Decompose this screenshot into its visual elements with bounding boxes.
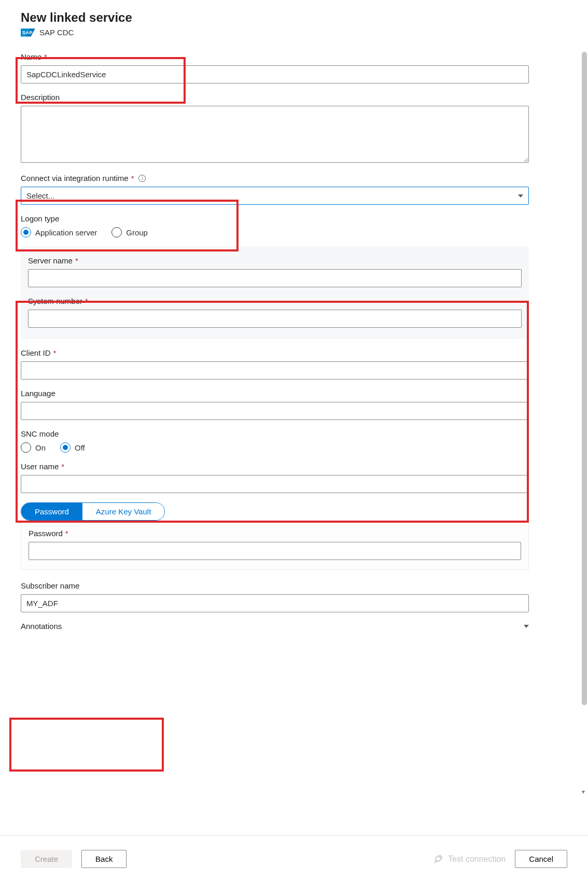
language-field: Language bbox=[21, 389, 529, 420]
subscriber-name-field: Subscriber name bbox=[21, 581, 529, 612]
logon-group-radio[interactable]: Group bbox=[111, 227, 148, 237]
annotations-section[interactable]: Annotations bbox=[21, 622, 529, 631]
required-asterisk: * bbox=[53, 348, 57, 357]
runtime-select[interactable]: Select... bbox=[21, 187, 529, 205]
snc-mode-label: SNC mode bbox=[21, 429, 529, 438]
system-number-label-text: System number bbox=[28, 297, 82, 305]
client-id-field: Client ID * bbox=[21, 348, 529, 380]
language-input[interactable] bbox=[21, 402, 529, 420]
system-number-field: System number * bbox=[28, 297, 522, 328]
radio-icon bbox=[111, 227, 122, 237]
name-label: Name * bbox=[21, 52, 529, 61]
password-tabs: Password Azure Key Vault bbox=[21, 502, 165, 521]
language-label: Language bbox=[21, 389, 529, 398]
tab-password[interactable]: Password bbox=[21, 503, 82, 520]
snc-on-radio[interactable]: On bbox=[21, 442, 46, 453]
annotations-label: Annotations bbox=[21, 622, 62, 631]
password-section: Password Azure Key Vault Password * bbox=[21, 502, 529, 570]
required-asterisk: * bbox=[44, 52, 47, 61]
server-name-label: Server name * bbox=[28, 256, 522, 265]
subscriber-name-label: Subscriber name bbox=[21, 581, 529, 590]
logon-type-field: Logon type Application server Group bbox=[21, 214, 529, 237]
password-label-text: Password bbox=[29, 529, 63, 538]
scroll-down-arrow[interactable]: ▾ bbox=[580, 788, 587, 795]
scrollbar-track[interactable] bbox=[580, 52, 587, 741]
user-name-label: User name * bbox=[21, 462, 529, 471]
page-title: New linked service bbox=[21, 10, 588, 25]
test-connection-button[interactable]: Test connection bbox=[432, 853, 506, 865]
server-name-field: Server name * bbox=[28, 256, 522, 287]
user-name-label-text: User name bbox=[21, 462, 59, 471]
required-asterisk: * bbox=[65, 529, 68, 538]
runtime-label: Connect via integration runtime * i bbox=[21, 174, 529, 183]
radio-icon-checked bbox=[21, 227, 31, 237]
chevron-down-icon bbox=[518, 194, 523, 198]
description-label: Description bbox=[21, 93, 529, 102]
required-asterisk: * bbox=[85, 297, 88, 305]
tab-azure-key-vault[interactable]: Azure Key Vault bbox=[82, 503, 164, 520]
password-input[interactable] bbox=[29, 542, 521, 560]
info-icon[interactable]: i bbox=[138, 175, 146, 182]
connector-type-label: SAP CDC bbox=[39, 28, 74, 37]
password-box: Password * bbox=[21, 521, 529, 570]
required-asterisk: * bbox=[131, 174, 134, 183]
logon-group-label: Group bbox=[126, 228, 148, 237]
runtime-field: Connect via integration runtime * i Sele… bbox=[21, 174, 529, 205]
snc-off-radio[interactable]: Off bbox=[60, 442, 85, 453]
user-name-input[interactable] bbox=[21, 475, 529, 493]
scrollbar-thumb[interactable] bbox=[582, 52, 587, 705]
system-number-label: System number * bbox=[28, 297, 522, 305]
runtime-label-text: Connect via integration runtime bbox=[21, 174, 129, 183]
snc-on-label: On bbox=[35, 443, 46, 452]
logon-app-radio[interactable]: Application server bbox=[21, 227, 97, 237]
name-input[interactable] bbox=[21, 65, 529, 83]
chevron-down-icon bbox=[524, 625, 529, 628]
client-id-label: Client ID * bbox=[21, 348, 529, 357]
logon-app-label: Application server bbox=[35, 228, 97, 237]
form-scroll-area: New linked service SAP SAP CDC Name * De… bbox=[0, 0, 588, 835]
password-label: Password * bbox=[29, 529, 521, 538]
server-name-label-text: Server name bbox=[28, 256, 73, 265]
runtime-placeholder: Select... bbox=[26, 191, 54, 200]
create-button[interactable]: Create bbox=[21, 850, 72, 868]
connector-type-line: SAP SAP CDC bbox=[21, 28, 588, 37]
plug-icon bbox=[432, 853, 444, 865]
sap-logo-icon: SAP bbox=[21, 29, 35, 37]
back-button[interactable]: Back bbox=[81, 850, 127, 868]
subscriber-name-input[interactable] bbox=[21, 594, 529, 612]
radio-icon bbox=[21, 442, 31, 453]
client-id-label-text: Client ID bbox=[21, 348, 51, 357]
footer-bar: Create Back Test connection Cancel bbox=[0, 835, 588, 882]
name-label-text: Name bbox=[21, 52, 41, 61]
snc-off-label: Off bbox=[75, 443, 85, 452]
user-name-field: User name * bbox=[21, 462, 529, 493]
required-asterisk: * bbox=[61, 462, 64, 471]
description-textarea[interactable] bbox=[21, 106, 529, 163]
highlight-subscriber bbox=[9, 718, 164, 772]
logon-type-label: Logon type bbox=[21, 214, 529, 223]
system-number-input[interactable] bbox=[28, 310, 522, 328]
required-asterisk: * bbox=[75, 256, 78, 265]
test-connection-label: Test connection bbox=[448, 855, 506, 864]
name-field: Name * bbox=[21, 52, 529, 83]
radio-icon-checked bbox=[60, 442, 71, 453]
server-panel: Server name * System number * bbox=[21, 247, 529, 339]
cancel-button[interactable]: Cancel bbox=[515, 850, 567, 868]
client-id-input[interactable] bbox=[21, 361, 529, 380]
description-field: Description bbox=[21, 93, 529, 164]
snc-mode-field: SNC mode On Off bbox=[21, 429, 529, 453]
server-name-input[interactable] bbox=[28, 269, 522, 287]
